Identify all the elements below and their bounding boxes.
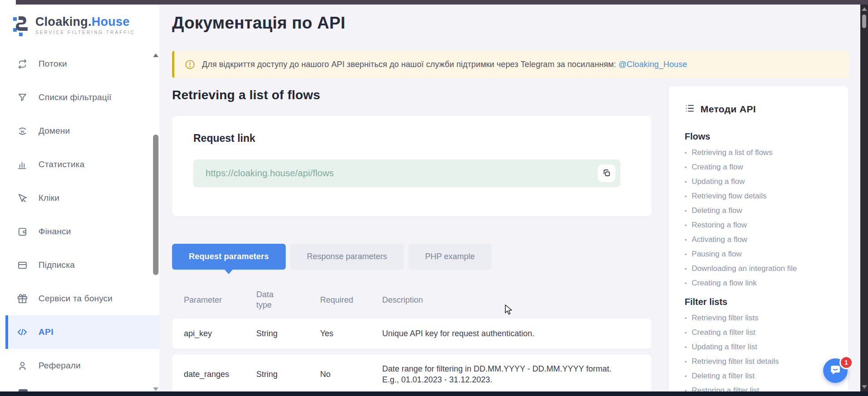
method-link[interactable]: Retrieving filter lists [685,311,839,325]
svg-text:w: w [20,128,24,133]
sidebar-item-label: API [38,327,53,337]
method-link[interactable]: Deleting a filter list [685,369,839,383]
stats-icon [17,159,28,170]
method-link[interactable]: Creating a flow link [685,276,839,290]
param-name: date_ranges [184,370,256,379]
telegram-support-link[interactable]: @Cloaking_House [619,60,687,69]
column-header-description: Description [382,295,640,305]
sidebar-item-filter-lists[interactable]: Списки фільтрації [0,81,159,114]
api-icon [17,327,28,338]
flows-icon [17,58,28,69]
methods-group-flows: Flows [685,131,839,142]
request-url-field: https://cloaking.house/api/flows [193,159,620,187]
column-header-required: Required [320,295,382,305]
sidebar-scrollbar-thumb[interactable] [153,135,158,275]
sidebar-item-flows[interactable]: Потоки [0,47,159,81]
brand-logo-icon [12,13,29,38]
method-link[interactable]: Creating a filter list [685,325,839,340]
sidebar-item-clicks[interactable]: Кліки [0,181,159,215]
param-data-type: String [256,370,320,379]
method-link[interactable]: Retrieving filter list details [685,354,839,369]
param-description: Date range for filtering in DD.MM.YYYY -… [382,363,640,386]
sidebar-item-referrals[interactable]: Реферали [0,349,159,382]
method-link[interactable]: Activating a flow [685,232,839,247]
window-scrollbar-thumb[interactable] [862,14,866,28]
sidebar-item-services[interactable]: Сервіси та бонуси [0,282,159,315]
tab-php-example[interactable]: PHP example [408,244,492,270]
parameter-tabs: Request parameters Response parameters P… [172,244,492,270]
brand-name: Cloaking.House [35,16,135,28]
sidebar-menu: Потоки Списки фільтрації w Домени Статис… [0,47,159,382]
sidebar-item-subscription[interactable]: Підписка [0,248,159,282]
request-link-title: Request link [193,132,255,145]
list-icon [685,103,695,115]
tab-response-parameters[interactable]: Response parameters [290,244,404,270]
method-link[interactable]: Updating a flow [685,174,839,189]
method-link[interactable]: Retrieving flow details [685,189,839,203]
sidebar-item-finance[interactable]: Фінанси [0,215,159,248]
sidebar-item-label: Підписка [38,260,75,270]
sidebar-item-label: Сервіси та бонуси [38,294,113,304]
domains-icon: w [17,126,28,136]
sidebar-item-domains[interactable]: w Домени [0,114,159,148]
column-header-parameter: Parameter [184,295,256,305]
method-link[interactable]: Updating a filter list [685,340,839,354]
window-scroll-down-arrow[interactable] [862,385,867,389]
sidebar-item-label: Домени [38,126,70,136]
param-required: No [320,370,382,379]
subscription-icon [17,260,28,270]
alert-text: Для відкриття доступу до нашого API звер… [202,60,687,69]
sidebar-scroll-up-arrow[interactable] [153,53,158,57]
window-bottom-bar [0,391,868,396]
copy-icon [603,169,610,178]
partially-visible-menu-item-icon [19,389,28,391]
api-access-alert: Для відкриття доступу до нашого API звер… [172,51,849,78]
sidebar-item-statistics[interactable]: Статистика [0,148,159,181]
method-link[interactable]: Creating a flow [685,160,839,174]
tab-request-parameters[interactable]: Request parameters [172,244,286,270]
table-row: api_key String Yes Unique API key for re… [172,319,652,349]
window-top-bar [16,0,868,5]
brand-logo[interactable]: Cloaking.House SERVICE FILTERING TRAFFIC [12,13,135,38]
flows-method-list: Retrieving a list of flows Creating a fl… [685,145,839,290]
section-title: Retrieving a list of flows [172,88,320,102]
method-link[interactable]: Restoring a filter list [685,383,839,391]
sidebar: Cloaking.House SERVICE FILTERING TRAFFIC… [0,5,159,391]
sidebar-scroll-down-arrow[interactable] [153,387,158,391]
method-link[interactable]: Pausing a flow [685,247,839,261]
main-content: Документація по API Для відкриття доступ… [159,5,860,391]
methods-group-filter-lists: Filter lists [685,297,839,307]
param-data-type: String [256,329,320,338]
copy-url-button[interactable] [598,164,615,182]
filter-lists-method-list: Retrieving filter lists Creating a filte… [685,311,839,391]
params-table-header: Parameter Data type Required Description [172,285,652,315]
method-link[interactable]: Deleting a flow [685,203,839,218]
page-title: Документація по API [172,14,345,33]
sidebar-item-label: Реферали [38,361,81,371]
filter-icon [17,92,28,103]
chat-bubble-icon [829,364,842,378]
method-link[interactable]: Restoring a flow [685,218,839,232]
method-link[interactable]: Downloading an integration file [685,261,839,276]
param-required: Yes [320,329,382,338]
sidebar-item-label: Списки фільтрації [38,92,111,102]
request-url: https://cloaking.house/api/flows [206,168,334,179]
method-link[interactable]: Retrieving a list of flows [685,145,839,160]
window-scrollbar-track[interactable] [860,5,868,391]
finance-icon [17,226,28,237]
sidebar-item-label: Статистика [38,159,85,169]
api-methods-panel: Методи API Flows Retrieving a list of fl… [669,86,848,391]
param-description: Unique API key for request authenticatio… [382,328,640,339]
sidebar-item-label: Потоки [38,59,67,69]
column-header-data-type: Data type [256,290,279,311]
sidebar-item-api[interactable]: API [5,315,159,349]
warning-icon [185,59,195,70]
referrals-icon [17,360,28,371]
request-link-card: Request link https://cloaking.house/api/… [172,116,652,216]
table-row: date_ranges String No Date range for fil… [172,354,652,391]
sidebar-item-label: Кліки [38,193,59,203]
chat-notification-badge: 1 [839,356,853,369]
methods-panel-title: Методи API [700,104,756,115]
clicks-icon [17,193,28,203]
window-scroll-up-arrow[interactable] [862,7,867,11]
